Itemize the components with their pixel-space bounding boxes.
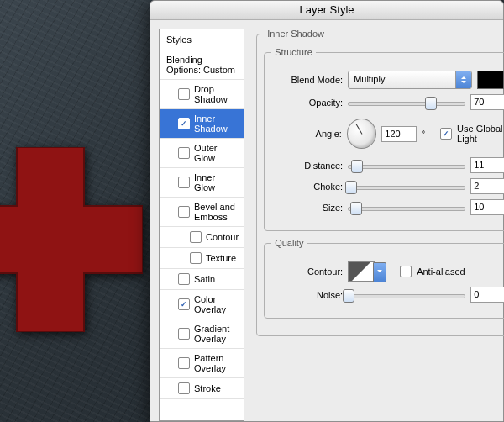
style-row-gradient-overlay[interactable]: Gradient Overlay [160,319,244,349]
use-global-light-checkbox[interactable] [440,128,452,140]
style-label: Inner Shadow [194,113,239,134]
style-checkbox[interactable] [178,88,190,100]
cross-artwork [0,147,143,332]
style-row-pattern-overlay[interactable]: Pattern Overlay [160,349,244,378]
style-row-inner-glow[interactable]: Inner Glow [160,168,244,198]
titlebar[interactable]: Layer Style [150,1,503,20]
quality-legend: Quality [271,238,307,248]
style-label: Inner Glow [194,172,239,193]
quality-group: Quality Contour: Anti-aliased Noise: 0 % [264,238,504,319]
distance-label: Distance: [271,161,343,171]
distance-slider[interactable] [348,159,465,172]
noise-label: Noise: [271,290,343,300]
anti-aliased-checkbox[interactable] [400,266,412,277]
style-row-texture[interactable]: Texture [160,248,244,269]
styles-header[interactable]: Styles [160,29,244,50]
style-checkbox[interactable] [178,118,190,129]
opacity-slider[interactable] [348,96,465,109]
choke-input[interactable]: 2 [470,178,504,194]
style-checkbox[interactable] [178,206,190,218]
styles-sidebar: Styles Blending Options: Custom Drop Sha… [159,29,244,421]
effect-panel: Inner Shadow Structure Blend Mode: Multi… [255,29,504,421]
structure-legend: Structure [271,47,316,57]
style-checkbox[interactable] [178,147,190,159]
distance-input[interactable]: 11 [470,157,504,173]
style-checkbox[interactable] [190,252,202,264]
style-row-stroke[interactable]: Stroke [160,378,244,399]
choke-label: Choke: [271,182,343,192]
panel-title: Inner Shadow [264,29,328,39]
style-label: Bevel and Emboss [194,202,239,222]
style-row-color-overlay[interactable]: Color Overlay [160,290,244,319]
anti-aliased-label: Anti-aliased [417,266,465,277]
size-input[interactable]: 10 [470,199,504,215]
blend-mode-label: Blend Mode: [271,75,343,85]
chevron-updown-icon [455,71,471,88]
style-row-inner-shadow[interactable]: Inner Shadow [160,109,244,139]
style-label: Pattern Overlay [194,353,239,373]
style-label: Color Overlay [194,294,239,314]
style-checkbox[interactable] [178,382,190,394]
use-global-light-label: Use Global Light [457,124,504,144]
opacity-label: Opacity: [271,98,343,108]
style-label: Drop Shadow [194,84,239,104]
noise-input[interactable]: 0 [470,287,504,303]
style-checkbox[interactable] [178,177,190,188]
choke-slider[interactable] [348,180,465,193]
blend-mode-dropdown[interactable]: Multiply [348,71,472,89]
chevron-down-icon [373,262,386,282]
style-checkbox[interactable] [178,328,190,340]
angle-label: Angle: [271,129,342,139]
angle-input[interactable]: 120 [381,126,416,142]
style-checkbox[interactable] [178,357,190,369]
degree-symbol: ° [422,129,425,139]
style-checkbox[interactable] [178,298,190,310]
inner-shadow-group: Inner Shadow Structure Blend Mode: Multi… [256,29,504,336]
blending-options-row[interactable]: Blending Options: Custom [160,50,244,80]
style-row-outer-glow[interactable]: Outer Glow [160,139,244,168]
style-checkbox[interactable] [178,273,190,285]
angle-dial[interactable] [347,119,376,149]
style-checkbox[interactable] [190,231,202,243]
opacity-input[interactable]: 70 [470,94,504,110]
style-label: Texture [206,253,236,263]
style-label: Contour [206,232,239,242]
contour-picker[interactable] [348,261,375,282]
style-row-drop-shadow[interactable]: Drop Shadow [160,80,244,109]
size-label: Size: [271,203,343,213]
style-label: Satin [194,274,215,284]
contour-label: Contour: [271,266,343,277]
style-row-contour[interactable]: Contour [160,227,244,248]
size-slider[interactable] [348,201,465,214]
shadow-color-swatch[interactable] [477,71,504,89]
style-row-bevel-and-emboss[interactable]: Bevel and Emboss [160,198,244,227]
style-row-satin[interactable]: Satin [160,269,244,290]
noise-slider[interactable] [348,288,465,302]
style-label: Stroke [194,383,221,393]
style-label: Gradient Overlay [194,324,239,344]
style-label: Outer Glow [194,143,239,163]
structure-group: Structure Blend Mode: Multiply Opacity: … [264,47,504,231]
layer-style-dialog: Layer Style Styles Blending Options: Cus… [150,0,504,422]
